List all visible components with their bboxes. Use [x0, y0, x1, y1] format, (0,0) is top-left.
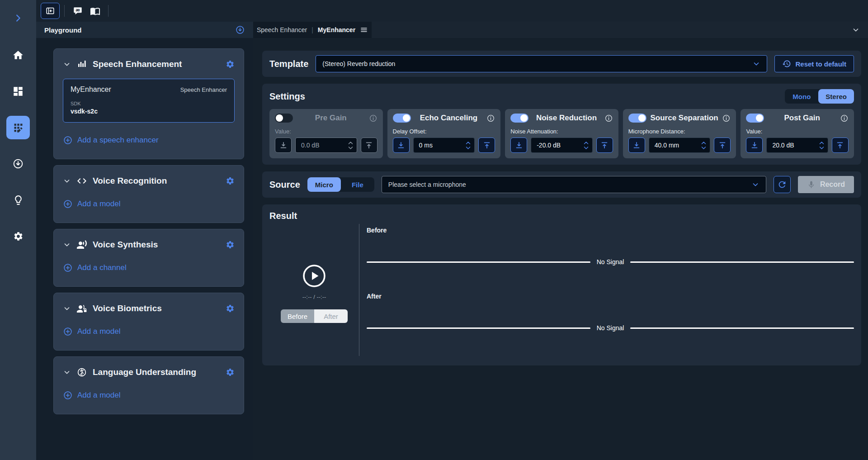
- value-input[interactable]: 0.0 dB: [295, 138, 357, 153]
- noise-reduction-toggle[interactable]: [510, 114, 528, 123]
- value-text: -20.0 dB: [537, 142, 583, 149]
- micro-button[interactable]: Micro: [307, 177, 341, 192]
- value-input[interactable]: 40.0 mm: [649, 138, 711, 153]
- load-value-button[interactable]: [746, 138, 763, 153]
- reset-to-default-button[interactable]: Reset to default: [774, 55, 854, 72]
- gear-icon: [13, 231, 24, 242]
- stereo-button[interactable]: Stereo: [818, 89, 854, 104]
- microphone-placeholder: Please select a microphone: [388, 181, 466, 188]
- plus-circle-icon: [63, 135, 73, 145]
- waveform-line: [367, 261, 590, 263]
- info-icon[interactable]: [604, 114, 613, 123]
- load-value-button[interactable]: [393, 138, 410, 153]
- gear-icon[interactable]: [226, 240, 235, 249]
- add-speech-enhancer-link[interactable]: Add a speech enhancer: [63, 135, 235, 145]
- export-button[interactable]: [235, 25, 245, 35]
- phonetics-button[interactable]: [69, 3, 86, 19]
- increment-icon[interactable]: [819, 141, 825, 145]
- source-separation-toggle[interactable]: [628, 114, 646, 123]
- collapse-section-icon[interactable]: [63, 304, 71, 313]
- add-model-link[interactable]: Add a model: [63, 327, 235, 337]
- refresh-devices-button[interactable]: [774, 176, 791, 193]
- gear-icon[interactable]: [226, 176, 235, 185]
- tab-group-label: Speech Enhancer: [257, 26, 307, 33]
- info-icon[interactable]: [369, 114, 377, 123]
- compare-segmented: Before After: [281, 309, 348, 323]
- model-card-myenhancer[interactable]: MyEnhancer Speech Enhancer SDK vsdk-s2c: [63, 79, 235, 123]
- expand-rail-button[interactable]: [13, 10, 23, 26]
- file-button[interactable]: File: [341, 177, 374, 192]
- chevron-down-icon: [852, 26, 860, 34]
- rail-item-downloads[interactable]: [0, 146, 36, 182]
- record-button[interactable]: Record: [798, 176, 854, 193]
- decrement-icon[interactable]: [701, 146, 707, 150]
- save-value-button[interactable]: [714, 138, 731, 153]
- save-value-button[interactable]: [832, 138, 849, 153]
- decrement-icon[interactable]: [819, 146, 825, 150]
- decrement-icon[interactable]: [465, 146, 471, 150]
- collapse-section-icon[interactable]: [63, 60, 71, 68]
- gear-icon[interactable]: [226, 304, 235, 313]
- save-value-button[interactable]: [478, 138, 495, 153]
- info-icon[interactable]: [486, 114, 495, 123]
- collapse-section-icon[interactable]: [63, 241, 71, 249]
- mono-button[interactable]: Mono: [785, 89, 818, 104]
- rail-item-ideas[interactable]: [0, 182, 36, 218]
- pre-gain-toggle[interactable]: [275, 114, 293, 123]
- toolbar-divider: [108, 5, 108, 17]
- decrement-icon[interactable]: [348, 146, 354, 150]
- circle-download-icon: [12, 158, 24, 170]
- microphone-select[interactable]: Please select a microphone: [382, 176, 766, 193]
- echo-canceling-toggle[interactable]: [393, 114, 411, 123]
- download-icon: [632, 141, 641, 150]
- home-icon: [12, 49, 24, 61]
- plus-circle-icon: [63, 327, 73, 337]
- section-voice-synthesis: Voice Synthesis Add a channel: [53, 229, 244, 287]
- value-input[interactable]: 0 ms: [413, 138, 475, 153]
- decrement-icon[interactable]: [583, 146, 589, 150]
- hamburger-icon[interactable]: [360, 26, 368, 34]
- before-button[interactable]: Before: [281, 309, 314, 323]
- value-input[interactable]: -20.0 dB: [531, 138, 593, 153]
- value-input[interactable]: 20.0 dB: [766, 138, 828, 153]
- load-value-button[interactable]: [510, 138, 527, 153]
- increment-icon[interactable]: [583, 141, 589, 145]
- info-icon[interactable]: [840, 114, 849, 123]
- tab-myenhancer[interactable]: Speech Enhancer | MyEnhancer: [253, 22, 372, 38]
- collapse-section-icon[interactable]: [63, 368, 71, 376]
- post-gain-toggle[interactable]: [746, 114, 764, 123]
- documentation-button[interactable]: [86, 3, 104, 19]
- save-value-button[interactable]: [361, 138, 377, 153]
- template-select[interactable]: (Stereo) Reverb reduction: [316, 55, 767, 72]
- tab-bar: Speech Enhancer | MyEnhancer: [253, 22, 868, 38]
- play-button[interactable]: [302, 264, 326, 288]
- section-title: Voice Biometrics: [93, 304, 220, 313]
- toggle-sidebar-button[interactable]: [41, 3, 60, 19]
- add-model-link[interactable]: Add a model: [63, 390, 235, 400]
- rail-item-playground[interactable]: [0, 109, 36, 146]
- add-link-label: Add a model: [77, 391, 120, 400]
- template-heading: Template: [269, 59, 308, 69]
- increment-icon[interactable]: [348, 141, 354, 145]
- increment-icon[interactable]: [701, 141, 707, 145]
- rail-item-dashboard[interactable]: [0, 73, 36, 109]
- add-model-link[interactable]: Add a model: [63, 199, 235, 209]
- after-button[interactable]: After: [314, 309, 348, 323]
- rail-item-settings[interactable]: [0, 218, 36, 254]
- load-value-button[interactable]: [275, 138, 292, 153]
- setting-card-post-gain: Post Gain Value: 20.0 dB: [741, 109, 854, 158]
- setting-title: Echo Canceling: [411, 114, 487, 123]
- info-icon[interactable]: [722, 114, 731, 123]
- gear-icon[interactable]: [226, 368, 235, 377]
- load-value-button[interactable]: [628, 138, 645, 153]
- collapse-panel-button[interactable]: [852, 26, 860, 34]
- toggle-knob: [638, 114, 646, 122]
- gear-icon[interactable]: [226, 60, 235, 69]
- increment-icon[interactable]: [465, 141, 471, 145]
- rail-item-home[interactable]: [0, 37, 36, 73]
- section-title: Voice Synthesis: [93, 240, 220, 250]
- collapse-section-icon[interactable]: [63, 177, 71, 185]
- save-value-button[interactable]: [596, 138, 613, 153]
- left-rail: [0, 0, 36, 460]
- add-channel-link[interactable]: Add a channel: [63, 263, 235, 273]
